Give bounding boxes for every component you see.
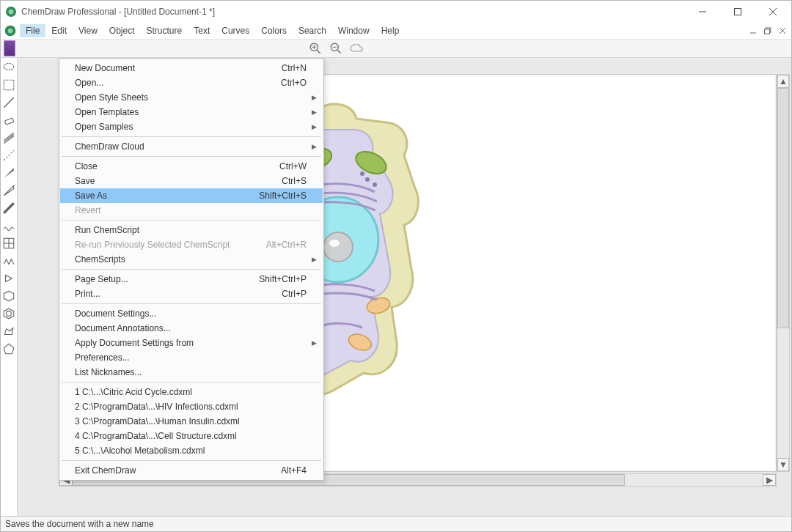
eraser-tool-icon[interactable] (2, 114, 15, 127)
app-window: ChemDraw Professional - [Untitled Docume… (0, 0, 792, 532)
color-swatch[interactable] (4, 40, 15, 56)
app-icon (5, 6, 17, 18)
dashed-bond-tool-icon[interactable] (2, 149, 15, 162)
scroll-up-icon[interactable]: ▲ (777, 75, 789, 88)
scroll-down-icon[interactable]: ▼ (777, 458, 789, 471)
svg-marker-38 (4, 344, 14, 354)
minimize-button[interactable] (692, 4, 714, 20)
menu-save-as[interactable]: Save AsShift+Ctrl+S (60, 188, 323, 203)
titlebar: ChemDraw Professional - [Untitled Docume… (1, 1, 791, 23)
svg-point-52 (360, 171, 364, 176)
wavy-bond-tool-icon[interactable] (2, 219, 15, 232)
menu-document-settings[interactable]: Document Settings... (60, 306, 323, 321)
menu-recent-4[interactable]: 4 C:\ProgramData\...\Cell Structure.cdxm… (60, 429, 323, 443)
zoom-out-icon[interactable] (329, 42, 342, 55)
hexagon-tool-icon[interactable] (2, 289, 15, 303)
zoom-in-icon[interactable] (309, 42, 322, 55)
menu-curves[interactable]: Curves (216, 24, 255, 37)
menu-close[interactable]: CloseCtrl+W (60, 159, 323, 174)
menu-recent-5[interactable]: 5 C:\...\Alcohol Metabolism.cdxml (60, 443, 323, 458)
cloud-icon[interactable] (350, 42, 363, 55)
menu-document-annotations[interactable]: Document Annotations... (60, 321, 323, 336)
svg-marker-36 (4, 309, 14, 319)
svg-line-30 (4, 203, 14, 213)
menu-list-nicknames[interactable]: List Nicknames... (60, 365, 323, 380)
menu-chemdraw-cloud[interactable]: ChemDraw Cloud▶ (60, 139, 323, 154)
menu-file[interactable]: File (20, 24, 45, 37)
chain-tool-icon[interactable] (2, 254, 15, 267)
svg-line-26 (4, 133, 14, 140)
menu-colors[interactable]: Colors (255, 24, 293, 37)
menu-new-document[interactable]: New DocumentCtrl+N (60, 61, 323, 75)
close-button[interactable] (762, 4, 784, 20)
wedge-bond-tool-icon[interactable] (2, 166, 15, 180)
benzene-tool-icon[interactable] (2, 307, 15, 320)
svg-point-44 (329, 240, 340, 247)
menu-exit[interactable]: Exit ChemDrawAlt+F4 (60, 463, 323, 478)
menu-print[interactable]: Print...Ctrl+P (60, 287, 323, 301)
svg-rect-10 (765, 29, 770, 34)
menu-open[interactable]: Open...Ctrl+O (60, 75, 323, 90)
svg-point-50 (365, 177, 370, 182)
table-tool-icon[interactable] (2, 237, 15, 250)
solid-bond-tool-icon[interactable] (2, 96, 15, 109)
menu-view[interactable]: View (73, 24, 103, 37)
menu-edit[interactable]: Edit (45, 24, 73, 37)
file-menu-dropdown: New DocumentCtrl+N Open...Ctrl+O Open St… (59, 58, 324, 481)
mdi-icon[interactable] (4, 24, 17, 37)
menu-window[interactable]: Window (332, 24, 375, 37)
lasso-tool-icon[interactable] (2, 61, 15, 74)
menu-preferences[interactable]: Preferences... (60, 350, 323, 365)
menu-recent-1[interactable]: 1 C:\...\Citric Acid Cycle.cdxml (60, 385, 323, 399)
menu-page-setup[interactable]: Page Setup...Shift+Ctrl+P (60, 272, 323, 287)
mdi-close-button[interactable] (777, 26, 788, 36)
svg-marker-34 (6, 276, 12, 282)
scroll-right-icon[interactable]: ▶ (763, 474, 776, 486)
menu-run-chemscript[interactable]: Run ChemScript (60, 223, 323, 237)
svg-line-18 (337, 50, 341, 53)
svg-line-24 (4, 135, 14, 142)
menu-object[interactable]: Object (103, 24, 141, 37)
mdi-controls (747, 23, 788, 39)
maximize-button[interactable] (727, 4, 749, 20)
statusbar: Saves the document with a new name (1, 516, 791, 531)
menu-apply-document-settings[interactable]: Apply Document Settings from▶ (60, 336, 323, 350)
svg-point-51 (373, 182, 377, 187)
svg-marker-35 (4, 291, 14, 301)
menu-structure[interactable]: Structure (141, 24, 188, 37)
menu-help[interactable]: Help (375, 24, 406, 37)
vertical-scroll-thumb[interactable] (777, 88, 789, 328)
window-controls (692, 4, 787, 20)
svg-point-20 (4, 63, 14, 70)
mdi-minimize-button[interactable] (747, 26, 759, 36)
marquee-tool-icon[interactable] (2, 78, 15, 92)
menu-recent-3[interactable]: 3 C:\ProgramData\...\Human Insulin.cdxml (60, 414, 323, 429)
status-text: Saves the document with a new name (5, 519, 154, 529)
arrow-tool-icon[interactable] (2, 272, 15, 285)
svg-line-14 (317, 50, 320, 53)
pentagon-tool-icon[interactable] (2, 342, 15, 355)
menu-open-style-sheets[interactable]: Open Style Sheets▶ (60, 90, 323, 105)
mdi-restore-button[interactable] (762, 26, 774, 36)
multiple-bonds-tool-icon[interactable] (2, 131, 15, 144)
bold-bond-tool-icon[interactable] (2, 202, 15, 215)
svg-line-25 (4, 136, 14, 144)
svg-line-22 (4, 97, 14, 108)
menu-recent-2[interactable]: 2 C:\ProgramData\...\HIV Infections.cdxm… (60, 399, 323, 414)
menu-text[interactable]: Text (188, 24, 216, 37)
hollow-wedge-tool-icon[interactable] (2, 184, 15, 197)
menu-open-samples[interactable]: Open Samples▶ (60, 119, 323, 134)
svg-rect-3 (735, 9, 741, 15)
menu-chemscripts[interactable]: ChemScripts▶ (60, 252, 323, 267)
svg-point-7 (8, 29, 13, 34)
vertical-scrollbar[interactable]: ▲ ▼ (777, 74, 790, 472)
svg-rect-23 (4, 118, 13, 125)
canvas-area: ▲ ▼ ◀ ▶ New DocumentCtrl+N Open...Ctrl+O… (18, 58, 791, 516)
menu-save[interactable]: SaveCtrl+S (60, 174, 323, 188)
free-shape-tool-icon[interactable] (2, 325, 15, 338)
svg-line-27 (4, 150, 14, 160)
menu-revert: Revert (60, 203, 323, 218)
menu-rerun-chemscript: Re-run Previously Selected ChemScriptAlt… (60, 237, 323, 252)
menu-search[interactable]: Search (293, 24, 332, 37)
menu-open-templates[interactable]: Open Templates▶ (60, 105, 323, 119)
